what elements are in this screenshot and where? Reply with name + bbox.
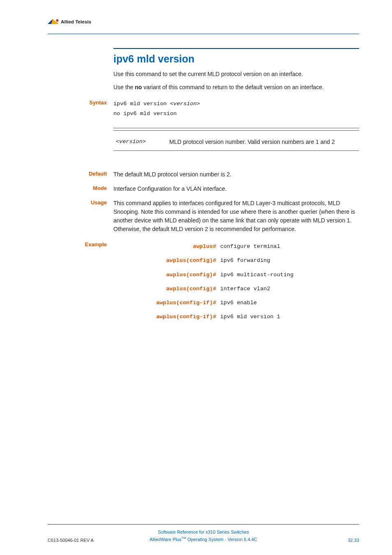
param-row: <version> MLD protocol version number. V…	[113, 134, 359, 150]
example-section: Example awplus# configure terminal awplu…	[113, 241, 359, 327]
brand-text: Allied Telesis	[61, 19, 92, 24]
usage-text: This command applies to interfaces confi…	[113, 199, 359, 234]
example-label: Example	[48, 241, 113, 327]
example-prompt: awplus(config-if)#	[113, 299, 220, 307]
example-prompt: awplus(config)#	[113, 257, 220, 265]
intro-line-2: Use the no variant of this command to re…	[113, 83, 359, 91]
example-command: ipv6 multicast-routing	[220, 271, 293, 279]
parameter-table: <version> MLD protocol version number. V…	[113, 128, 359, 154]
default-section: Default The default MLD protocol version…	[113, 170, 359, 179]
syntax-line-2: no ipv6 mld version	[113, 109, 359, 119]
example-row: awplus(config)# interface vlan2	[113, 285, 359, 293]
svg-point-2	[56, 19, 59, 22]
header-divider	[48, 34, 359, 34]
syntax-line-1: ipv6 mld version <version>	[113, 99, 359, 109]
usage-section: Usage This command applies to interfaces…	[113, 199, 359, 234]
syntax-section: Syntax ipv6 mld version <version> no ipv…	[113, 99, 359, 165]
example-body: awplus# configure terminal awplus(config…	[113, 243, 359, 327]
mode-section: Mode Interface Configuration for a VLAN …	[113, 185, 359, 193]
footer-divider	[48, 524, 359, 525]
param-description: MLD protocol version number. Valid versi…	[169, 138, 357, 146]
brand-header: Allied Telesis	[48, 16, 359, 28]
page-footer: C613-50046-01 REV A Software Reference f…	[0, 524, 392, 543]
usage-label: Usage	[48, 199, 113, 234]
example-row: awplus(config)# ipv6 multicast-routing	[113, 271, 359, 279]
footer-page-number: 32.33	[285, 538, 359, 543]
example-row: awplus(config-if)# ipv6 enable	[113, 299, 359, 307]
footer-subtitle: AlliedWare PlusTM Operating System - Ver…	[122, 536, 285, 543]
example-command: ipv6 forwarding	[220, 257, 270, 265]
example-prompt: awplus(config)#	[113, 285, 220, 293]
example-command: ipv6 mld version 1	[220, 313, 280, 321]
example-prompt: awplus#	[113, 243, 220, 251]
intro-block: Use this command to set the current MLD …	[113, 70, 359, 92]
footer-center: Software Reference for x310 Series Switc…	[122, 529, 285, 543]
default-label: Default	[48, 170, 113, 179]
intro-line-1: Use this command to set the current MLD …	[113, 70, 359, 78]
example-prompt: awplus(config)#	[113, 271, 220, 279]
example-row: awplus(config-if)# ipv6 mld version 1	[113, 313, 359, 321]
footer-doc-id: C613-50046-01 REV A	[48, 538, 122, 543]
mode-label: Mode	[48, 185, 113, 193]
footer-title: Software Reference for x310 Series Switc…	[122, 529, 285, 536]
example-command: interface vlan2	[220, 285, 270, 293]
example-command: ipv6 enable	[220, 299, 257, 307]
mode-text: Interface Configuration for a VLAN inter…	[113, 185, 359, 193]
example-command: configure terminal	[220, 243, 280, 251]
param-name: <version>	[116, 138, 169, 146]
syntax-label: Syntax	[48, 99, 113, 165]
brand-logo-icon: Allied Telesis	[48, 16, 113, 28]
title-rule	[113, 48, 359, 49]
example-row: awplus(config)# ipv6 forwarding	[113, 257, 359, 265]
example-row: awplus# configure terminal	[113, 243, 359, 251]
default-text: The default MLD protocol version number …	[113, 170, 359, 179]
command-title: ipv6 mld version	[113, 53, 359, 65]
example-prompt: awplus(config-if)#	[113, 313, 220, 321]
